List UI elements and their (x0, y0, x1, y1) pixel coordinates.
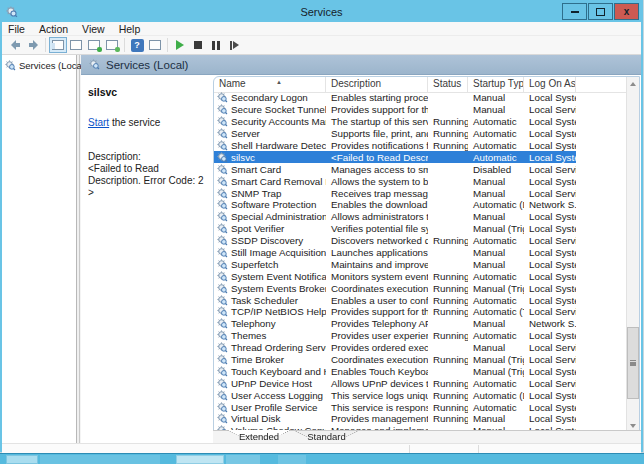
service-row-secure-socket-tunneling-pr[interactable]: Secure Socket Tunneling Pr...Provides su… (214, 104, 626, 116)
service-logon-as: Local Service (524, 342, 576, 353)
service-status: Running (428, 128, 468, 139)
menu-help[interactable]: Help (119, 23, 141, 35)
taskbar-start-button[interactable] (6, 455, 38, 464)
service-row-secondary-logon[interactable]: Secondary LogonEnables starting processe… (214, 92, 626, 104)
service-logon-as: Local Syste... (524, 330, 576, 341)
start-service-button[interactable] (171, 37, 189, 53)
console-tree: Services (Local) (2, 55, 77, 443)
close-button[interactable]: x (614, 3, 639, 20)
service-icon (217, 92, 228, 103)
service-row-thread-ordering-server[interactable]: Thread Ordering ServerProvides ordered e… (214, 342, 626, 354)
taskbar[interactable] (0, 453, 644, 464)
service-name: System Events Broker (231, 283, 326, 294)
service-description: Discovers networked devic... (326, 235, 428, 246)
service-row-still-image-acquisition-events[interactable]: Still Image Acquisition EventsLaunches a… (214, 247, 626, 259)
stop-service-button[interactable] (189, 37, 207, 53)
service-row-shell-hardware-detection[interactable]: Shell Hardware DetectionProvides notific… (214, 140, 626, 152)
service-startup-type: Automatic (468, 271, 524, 282)
service-name: UPnP Device Host (231, 378, 312, 389)
service-row-upnp-device-host[interactable]: UPnP Device HostAllows UPnP devices to b… (214, 377, 626, 389)
taskbar-pinned-icons[interactable] (40, 455, 160, 464)
service-row-time-broker[interactable]: Time BrokerCoordinates execution of b...… (214, 354, 626, 366)
service-row-task-scheduler[interactable]: Task SchedulerEnables a user to configur… (214, 294, 626, 306)
service-description: This service is responsible f... (326, 402, 428, 413)
app-icon (6, 6, 18, 18)
service-row-telephony[interactable]: TelephonyProvides Telephony API (T...Man… (214, 318, 626, 330)
service-row-user-profile-service[interactable]: User Profile ServiceThis service is resp… (214, 401, 626, 413)
service-startup-type: Manual (468, 176, 524, 187)
service-startup-type: Manual (468, 211, 524, 222)
scroll-up-button[interactable] (627, 77, 639, 90)
service-row-virtual-disk[interactable]: Virtual DiskProvides management serv...R… (214, 413, 626, 425)
taskbar-window-button[interactable] (278, 455, 306, 464)
service-icon (217, 235, 228, 246)
start-service-icon (176, 40, 184, 50)
service-row-snmp-trap[interactable]: SNMP TrapReceives trap messages ge...Man… (214, 187, 626, 199)
column-header-log-on-as[interactable]: Log On As (524, 77, 576, 92)
tab-extended[interactable]: Extended (227, 431, 291, 442)
scroll-up-icon (630, 79, 636, 86)
service-action: Start the service (88, 117, 210, 128)
service-row-smart-card[interactable]: Smart CardManages access to smart c...Di… (214, 163, 626, 175)
restore-button[interactable] (588, 3, 613, 20)
menu-view[interactable]: View (82, 23, 105, 35)
service-row-themes[interactable]: ThemesProvides user experience th...Runn… (214, 330, 626, 342)
service-startup-type: Automatic (468, 116, 524, 127)
pause-service-button[interactable] (207, 37, 225, 53)
service-row-system-event-notification-s[interactable]: System Event Notification S...Monitors s… (214, 270, 626, 282)
service-row-smart-card-removal-policy[interactable]: Smart Card Removal PolicyAllows the syst… (214, 175, 626, 187)
column-header-filler (576, 77, 626, 92)
menu-action[interactable]: Action (39, 23, 68, 35)
service-icon (217, 247, 228, 258)
service-row-spot-verifier[interactable]: Spot VerifierVerifies potential file sys… (214, 223, 626, 235)
service-status: Running (428, 283, 468, 294)
service-name: Touch Keyboard and Hand... (231, 366, 326, 377)
column-header-description[interactable]: Description (326, 77, 428, 92)
service-row-ssdp-discovery[interactable]: SSDP DiscoveryDiscovers networked devic.… (214, 235, 626, 247)
service-name: Special Administration Con... (231, 211, 326, 222)
show-action-pane-button[interactable] (146, 37, 164, 53)
service-description: Supports file, print, and na... (326, 128, 428, 139)
service-row-touch-keyboard-and-hand[interactable]: Touch Keyboard and Hand...Enables Touch … (214, 365, 626, 377)
menu-file[interactable]: File (8, 23, 25, 35)
service-row-system-events-broker[interactable]: System Events BrokerCoordinates executio… (214, 282, 626, 294)
column-header-status[interactable]: Status (428, 77, 468, 92)
service-description: Allows UPnP devices to be ... (326, 378, 428, 389)
service-description: Provides notifications for A... (326, 140, 428, 151)
service-row-superfetch[interactable]: SuperfetchMaintains and improves sy...Ma… (214, 258, 626, 270)
vertical-scrollbar[interactable] (626, 77, 639, 432)
start-service-link[interactable]: Start (88, 117, 109, 128)
back-button[interactable] (6, 37, 24, 53)
properties-button[interactable] (67, 37, 85, 53)
service-row-user-access-logging-service[interactable]: User Access Logging ServiceThis service … (214, 389, 626, 401)
service-row-server[interactable]: ServerSupports file, print, and na...Run… (214, 128, 626, 140)
restart-service-button[interactable] (225, 37, 243, 53)
column-header-name[interactable]: Name▲ (214, 77, 326, 92)
service-icon (217, 128, 228, 139)
tree-item-services-local[interactable]: Services (Local) (2, 58, 76, 72)
export-list-button[interactable] (103, 37, 121, 53)
service-logon-as: Local Syste... (524, 295, 576, 306)
service-row-tcp-ip-netbios-helper[interactable]: TCP/IP NetBIOS HelperProvides support fo… (214, 306, 626, 318)
service-row-special-administration-con[interactable]: Special Administration Con...Allows admi… (214, 211, 626, 223)
column-header-startup-type[interactable]: Startup Type (468, 77, 524, 92)
refresh-button[interactable] (85, 37, 103, 53)
service-startup-type: Automatic (468, 235, 524, 246)
service-description: Provides Telephony API (T... (326, 318, 428, 329)
minimize-button[interactable] (562, 3, 587, 20)
scrollbar-thumb[interactable] (627, 327, 639, 399)
forward-button[interactable] (24, 37, 42, 53)
service-logon-as: Local Syste... (524, 152, 576, 163)
service-row-security-accounts-manager[interactable]: Security Accounts ManagerThe startup of … (214, 116, 626, 128)
service-icon (217, 390, 228, 401)
service-startup-type: Automatic (468, 295, 524, 306)
taskbar-window-button[interactable] (226, 455, 260, 464)
show-console-tree-button[interactable] (49, 37, 67, 53)
services-icon (5, 60, 16, 71)
tab-standard[interactable]: Standard (295, 431, 358, 442)
service-row-silsvc[interactable]: silsvc<Failed to Read Descriptio...Autom… (214, 151, 626, 163)
taskbar-window-button[interactable] (176, 455, 224, 464)
thumb-grip-icon (630, 360, 636, 362)
service-row-software-protection[interactable]: Software ProtectionEnables the download,… (214, 199, 626, 211)
help-button[interactable]: ? (128, 37, 146, 53)
